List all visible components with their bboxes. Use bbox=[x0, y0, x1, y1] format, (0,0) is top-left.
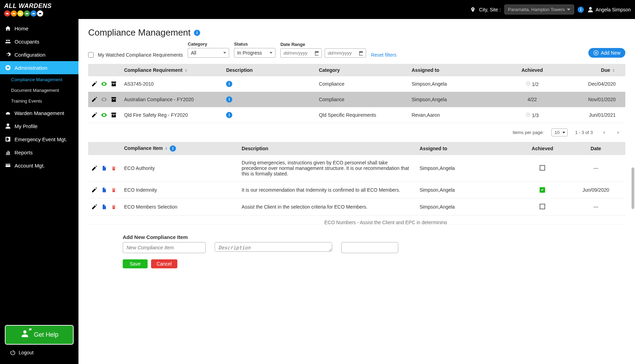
help-label: Get Help bbox=[34, 331, 58, 338]
document-icon[interactable] bbox=[101, 165, 108, 172]
edit-icon[interactable] bbox=[91, 80, 98, 87]
info-icon[interactable]: i bbox=[170, 145, 176, 152]
sidebar-item-configuration[interactable]: Configuration bbox=[0, 48, 78, 61]
date-to-input[interactable] bbox=[325, 48, 366, 58]
req-ach: 1/3 bbox=[532, 113, 539, 118]
info-icon[interactable]: i bbox=[226, 81, 232, 87]
date-from-input[interactable] bbox=[280, 48, 322, 58]
info-icon[interactable]: i bbox=[194, 30, 200, 36]
th-item[interactable]: Compliance Item bbox=[124, 145, 163, 151]
edit-icon[interactable] bbox=[91, 96, 98, 103]
item-table-header: Compliance Item i Description Assigned t… bbox=[88, 142, 625, 155]
th-due[interactable]: Due bbox=[601, 67, 610, 73]
req-assigned: Simpson,Angela bbox=[412, 81, 504, 87]
admin-icon bbox=[5, 65, 11, 71]
site-selector[interactable]: Paramatta, Hampton Towers bbox=[504, 4, 575, 15]
sidebar-item-emergency[interactable]: Emergency Event Mgt. bbox=[0, 133, 78, 146]
sidebar-item-reports[interactable]: Reports bbox=[0, 146, 78, 159]
req-due: Nov/01/2020 bbox=[560, 97, 623, 102]
sidebar-label: Account Mgt. bbox=[15, 163, 45, 169]
delete-icon[interactable] bbox=[110, 203, 117, 210]
table-row[interactable]: ECO Indemnity It is our recommendation t… bbox=[88, 182, 625, 199]
th-idate: Date bbox=[569, 146, 623, 151]
scrollbar[interactable] bbox=[632, 167, 634, 209]
item-desc: Assist the Client in the selection crite… bbox=[242, 204, 420, 210]
info-icon[interactable]: i bbox=[226, 96, 232, 103]
user-menu[interactable]: Angela Simpson bbox=[587, 7, 631, 13]
status-select[interactable]: In Progress bbox=[234, 48, 276, 58]
page-range: 1 - 3 of 3 bbox=[575, 130, 593, 135]
archive-icon[interactable] bbox=[110, 96, 117, 103]
sidebar-item-occupants[interactable]: Occupants bbox=[0, 35, 78, 48]
table-row[interactable]: ECO Members Selection Assist the Client … bbox=[88, 199, 625, 215]
sidebar-item-profile[interactable]: My Profile bbox=[0, 119, 78, 133]
site-value: Paramatta, Hampton Towers bbox=[508, 7, 565, 12]
delete-icon[interactable] bbox=[110, 165, 117, 172]
home-icon bbox=[5, 25, 11, 31]
th-cat: Category bbox=[319, 67, 411, 73]
new-item-desc-input[interactable] bbox=[215, 242, 332, 252]
prev-page-icon[interactable] bbox=[600, 129, 607, 136]
edit-icon[interactable] bbox=[91, 112, 98, 118]
edit-icon[interactable] bbox=[91, 165, 98, 172]
achieved-checkbox[interactable] bbox=[540, 204, 545, 209]
watched-label: My Watched Compliance Requirements bbox=[98, 52, 183, 58]
table-row[interactable]: ECO Authority During emergencies, instru… bbox=[88, 155, 625, 182]
info-icon[interactable]: i bbox=[226, 112, 232, 118]
watch-icon[interactable] bbox=[101, 80, 108, 87]
item-desc: It is our recommendation that Indemnity … bbox=[242, 187, 420, 193]
table-row[interactable]: Qld Fire Safety Reg - FY2020 i Qld Speci… bbox=[88, 107, 625, 123]
sidebar-sub-training[interactable]: Training Events bbox=[0, 96, 78, 106]
table-row[interactable]: Australian Compliance - FY2020 i Complia… bbox=[88, 92, 625, 107]
watch-icon[interactable] bbox=[101, 112, 108, 118]
req-due: Jun/01/2021 bbox=[560, 112, 623, 118]
item-date: --- bbox=[569, 204, 623, 210]
document-icon[interactable] bbox=[101, 186, 108, 193]
th-iach: Achieved bbox=[516, 146, 569, 151]
filters: My Watched Compliance Requirements Categ… bbox=[88, 41, 625, 58]
clock-icon bbox=[526, 112, 531, 117]
add-new-button[interactable]: Add New bbox=[588, 48, 625, 58]
archive-icon[interactable] bbox=[110, 80, 117, 87]
category-label: Category bbox=[188, 41, 229, 47]
category-select[interactable]: All bbox=[188, 48, 229, 58]
item-table: Compliance Item i Description Assigned t… bbox=[88, 142, 625, 224]
sidebar-item-home[interactable]: Home bbox=[0, 22, 78, 35]
watch-icon[interactable] bbox=[101, 96, 108, 103]
sidebar-sub-document[interactable]: Document Management bbox=[0, 85, 78, 96]
achieved-checkbox[interactable] bbox=[540, 165, 545, 171]
item-desc: ECO Numbers - Assist the Client and EPC … bbox=[324, 220, 623, 225]
watched-checkbox-row[interactable]: My Watched Compliance Requirements bbox=[88, 52, 183, 58]
edit-icon[interactable] bbox=[91, 186, 98, 193]
sidebar-item-warden[interactable]: Warden Management bbox=[0, 106, 78, 119]
archive-icon[interactable] bbox=[110, 112, 117, 118]
per-page-select[interactable]: 10 bbox=[551, 128, 567, 136]
info-icon[interactable]: i bbox=[578, 7, 584, 13]
table-row[interactable]: AS3745-2010 i Compliance Simpson,Angela … bbox=[88, 76, 625, 92]
document-icon[interactable] bbox=[101, 203, 108, 210]
reset-filters-link[interactable]: Reset filters bbox=[371, 52, 396, 58]
next-page-icon[interactable] bbox=[615, 129, 622, 136]
logout-label: Logout bbox=[19, 350, 34, 355]
table-row-peek: ECO Numbers - Assist the Client and EPC … bbox=[88, 215, 625, 224]
sidebar-label: Reports bbox=[15, 150, 33, 155]
sidebar-item-account[interactable]: Account Mgt. bbox=[0, 159, 78, 172]
get-help-button[interactable]: ? Get Help bbox=[5, 325, 74, 345]
sidebar-label: My Profile bbox=[15, 123, 38, 129]
item-assigned: Simpson,Angela bbox=[420, 165, 516, 171]
sidebar-sub-compliance[interactable]: Compliance Management bbox=[0, 74, 78, 85]
cancel-button[interactable]: Cancel bbox=[151, 259, 177, 268]
new-item-extra-input[interactable] bbox=[341, 242, 398, 253]
add-new-label: Add New bbox=[601, 50, 620, 56]
edit-icon[interactable] bbox=[91, 203, 98, 210]
sidebar-item-administration[interactable]: Administration bbox=[0, 61, 78, 74]
logout-button[interactable]: Logout bbox=[5, 346, 74, 359]
req-name: Qld Fire Safety Reg - FY2020 bbox=[122, 112, 226, 118]
th-req[interactable]: Compliance Requirement bbox=[124, 67, 183, 73]
new-item-name-input[interactable] bbox=[123, 242, 206, 253]
delete-icon[interactable] bbox=[110, 186, 117, 193]
watched-checkbox[interactable] bbox=[88, 52, 94, 58]
clock-icon bbox=[526, 81, 531, 86]
save-button[interactable]: Save bbox=[123, 259, 148, 268]
achieved-checkbox[interactable] bbox=[540, 187, 545, 193]
